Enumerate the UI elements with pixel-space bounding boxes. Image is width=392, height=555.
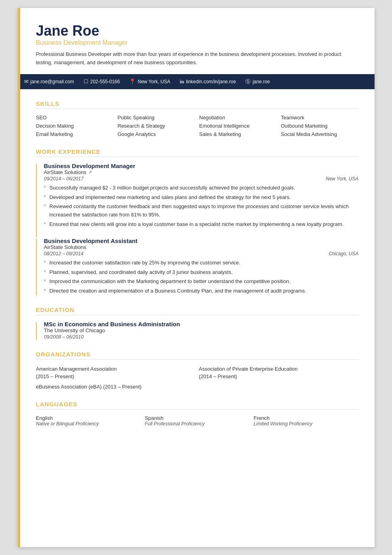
skills-section: SKILLS SEO Public Speaking Negotiation T… bbox=[36, 100, 359, 137]
skill-outbound-marketing: Outbound Marketing bbox=[281, 123, 359, 129]
phone-icon: ☐ bbox=[84, 78, 88, 84]
lang-english: English Native or Bilingual Proficiency bbox=[36, 415, 141, 427]
job-title-1: Business Development Manager bbox=[44, 163, 359, 169]
location-icon: 📍 bbox=[129, 78, 136, 84]
edu-entry-1: MSc in Economics and Business Administra… bbox=[36, 321, 359, 340]
resume-document: Jane Roe Business Development Manager Pr… bbox=[18, 8, 375, 547]
skills-title: SKILLS bbox=[36, 100, 359, 109]
languages-section: LANGUAGES English Native or Bilingual Pr… bbox=[36, 401, 359, 427]
job-entry-2: Business Development Assistant AirState … bbox=[36, 237, 359, 295]
bullet-2-2: Planned, supervised, and coordinated dai… bbox=[44, 268, 359, 277]
skill-sales-marketing: Sales & Marketing bbox=[199, 131, 277, 137]
contact-email: ✉ jane.roe@gmail.com bbox=[24, 78, 74, 84]
email-icon: ✉ bbox=[24, 78, 29, 84]
contact-skype: Ⓢ jane.roe bbox=[245, 78, 270, 85]
bullet-1-2: Developed and implemented new marketing … bbox=[44, 193, 359, 202]
org-item-3: eBusiness Association (eBA) (2013 – Pres… bbox=[36, 384, 359, 390]
skill-public-speaking: Public Speaking bbox=[118, 115, 195, 121]
education-title: EDUCATION bbox=[36, 306, 359, 315]
job-location-2: Chicago, USA bbox=[329, 251, 358, 256]
company-link-icon-1[interactable]: ↗ bbox=[88, 170, 92, 175]
job-entry-1: Business Development Manager AirState So… bbox=[36, 163, 359, 229]
contact-linkedin: in linkedin.com/in/jane.roe bbox=[180, 78, 236, 85]
contact-location: 📍 New York, USA bbox=[129, 78, 170, 84]
skill-negotiation: Negotiation bbox=[199, 115, 277, 121]
job-dates-row-1: 09/2014 – 06/2017 New York, USA bbox=[44, 176, 359, 182]
languages-title: LANGUAGES bbox=[36, 401, 359, 410]
organizations-section: ORGANIZATIONS American Management Associ… bbox=[36, 351, 359, 390]
languages-grid: English Native or Bilingual Proficiency … bbox=[36, 415, 359, 427]
job-company-1: AirState Solutions ↗ bbox=[44, 169, 359, 175]
skill-email-marketing: Email Marketing bbox=[36, 131, 114, 137]
contact-phone: ☐ 202-555-0166 bbox=[84, 78, 120, 84]
header-section: Jane Roe Business Development Manager Pr… bbox=[36, 22, 359, 67]
organizations-grid: American Management Association(2015 – P… bbox=[36, 365, 359, 381]
linkedin-icon: in bbox=[180, 78, 184, 85]
job-bullets-1: Successfully managed $2 - 3 million budg… bbox=[44, 184, 359, 229]
bullet-2-3: Improved the communication with the Mark… bbox=[44, 278, 359, 286]
skill-social-media: Social Media Advertising bbox=[281, 131, 359, 137]
skill-research-strategy: Research & Strategy bbox=[118, 123, 195, 129]
contact-bar: ✉ jane.roe@gmail.com ☐ 202-555-0166 📍 Ne… bbox=[18, 74, 375, 89]
bullet-2-4: Directed the creation and implementation… bbox=[44, 287, 359, 295]
job-location-1: New York, USA bbox=[326, 176, 358, 182]
bullet-1-1: Successfully managed $2 - 3 million budg… bbox=[44, 184, 359, 192]
skills-grid: SEO Public Speaking Negotiation Teamwork… bbox=[36, 115, 359, 137]
lang-french: French Limited Working Proficiency bbox=[254, 415, 359, 427]
work-experience-section: WORK EXPERIENCE Business Development Man… bbox=[36, 148, 359, 295]
job-dates-2: 08/2012 – 09/2014 bbox=[44, 251, 84, 256]
edu-dates-1: 09/2008 – 06/2010 bbox=[44, 334, 359, 340]
org-item-2: Association of Private Enterprise Educat… bbox=[199, 365, 359, 381]
org-item-1: American Management Association(2015 – P… bbox=[36, 365, 196, 381]
bullet-1-4: Ensured that new clients will grow into … bbox=[44, 220, 359, 229]
education-section: EDUCATION MSc in Economics and Business … bbox=[36, 306, 359, 340]
job-dates-row-2: 08/2012 – 09/2014 Chicago, USA bbox=[44, 251, 359, 256]
candidate-name: Jane Roe bbox=[36, 22, 359, 39]
bullet-2-1: Increased the customer satisfaction rate… bbox=[44, 259, 359, 267]
organizations-title: ORGANIZATIONS bbox=[36, 351, 359, 360]
edu-school-1: The University of Chicago bbox=[44, 327, 359, 333]
bullet-1-3: Reviewed constantly the customer feedbac… bbox=[44, 203, 359, 219]
skill-seo: SEO bbox=[36, 115, 114, 121]
skill-emotional-intelligence: Emotional Intelligence bbox=[199, 123, 277, 129]
job-company-2: AirState Solutions bbox=[44, 244, 359, 250]
accent-bar bbox=[18, 8, 20, 547]
skill-google-analytics: Google Analytics bbox=[118, 131, 195, 137]
candidate-summary: Professional Business Developer with mor… bbox=[36, 50, 359, 67]
skype-icon: Ⓢ bbox=[245, 78, 250, 85]
job-dates-1: 09/2014 – 06/2017 bbox=[44, 176, 84, 182]
edu-degree-1: MSc in Economics and Business Administra… bbox=[44, 321, 359, 327]
work-experience-title: WORK EXPERIENCE bbox=[36, 148, 359, 157]
job-title-2: Business Development Assistant bbox=[44, 237, 359, 244]
job-bullets-2: Increased the customer satisfaction rate… bbox=[44, 259, 359, 295]
skill-decision-making: Decision Making bbox=[36, 123, 114, 129]
skill-teamwork: Teamwork bbox=[281, 115, 359, 121]
candidate-title: Business Development Manager bbox=[36, 39, 359, 46]
lang-spanish: Spanish Full Professional Proficiency bbox=[145, 415, 250, 427]
